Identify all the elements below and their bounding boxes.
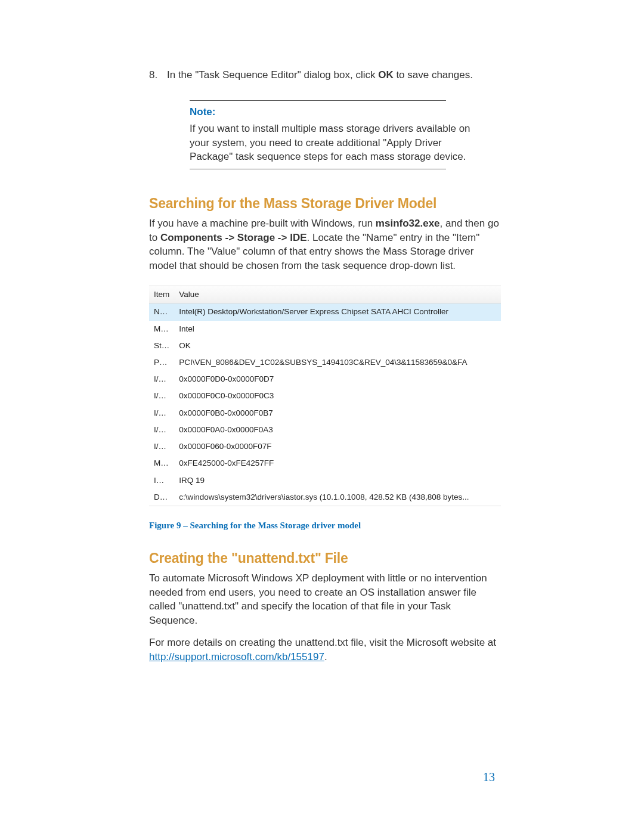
kb-link[interactable]: http://support.microsoft.com/kb/155197 bbox=[149, 651, 324, 662]
table-row: StatusOK bbox=[149, 337, 501, 354]
ordered-step-8: 8. In the "Task Sequence Editor" dialog … bbox=[149, 69, 501, 82]
col-item: Item bbox=[149, 286, 174, 304]
col-value: Value bbox=[174, 286, 501, 304]
table-row: I/O Port0x0000F060-0x0000F07F bbox=[149, 438, 501, 455]
cell-item: Status bbox=[149, 337, 174, 354]
table-row: ManufacturerIntel bbox=[149, 321, 501, 337]
table-header-row: Item Value bbox=[149, 286, 501, 304]
cell-value: PCI\VEN_8086&DEV_1C02&SUBSYS_1494103C&RE… bbox=[174, 354, 501, 371]
note-label: Note: bbox=[190, 106, 489, 119]
p1-bold1: msinfo32.exe bbox=[376, 218, 440, 229]
cell-value: Intel bbox=[174, 321, 501, 337]
table-row: Memory Address0xFE425000-0xFE4257FF bbox=[149, 455, 501, 472]
cell-value: c:\windows\system32\drivers\iastor.sys (… bbox=[174, 489, 501, 506]
section-heading-mass-storage: Searching for the Mass Storage Driver Mo… bbox=[149, 194, 501, 213]
cell-item: PNP Device ID bbox=[149, 354, 174, 371]
table-row: I/O Port0x0000F0B0-0x0000F0B7 bbox=[149, 405, 501, 422]
table-row: IRQ ChannelIRQ 19 bbox=[149, 472, 501, 489]
cell-item: I/O Port bbox=[149, 388, 174, 404]
msinfo-table: Item Value NameIntel(R) Desktop/Workstat… bbox=[149, 286, 501, 506]
cell-item: Manufacturer bbox=[149, 321, 174, 337]
section-heading-unattend: Creating the "unattend.txt" File bbox=[149, 549, 501, 568]
section2-p2: For more details on creating the unatten… bbox=[149, 636, 501, 664]
p1-bold2: Components -> Storage -> IDE bbox=[160, 232, 307, 243]
figure-caption: Figure 9 – Searching for the Mass Storag… bbox=[149, 519, 501, 531]
cell-value: 0x0000F0A0-0x0000F0A3 bbox=[174, 422, 501, 438]
cell-value: OK bbox=[174, 337, 501, 354]
note-callout: Note: If you want to install multiple ma… bbox=[190, 93, 489, 176]
cell-value: IRQ 19 bbox=[174, 472, 501, 489]
divider bbox=[190, 169, 446, 169]
table-row: I/O Port0x0000F0A0-0x0000F0A3 bbox=[149, 422, 501, 438]
cell-value: 0x0000F0D0-0x0000F0D7 bbox=[174, 371, 501, 388]
document-page: 8. In the "Task Sequence Editor" dialog … bbox=[0, 0, 644, 664]
table-row: I/O Port0x0000F0C0-0x0000F0C3 bbox=[149, 388, 501, 404]
step-text-pre: In the "Task Sequence Editor" dialog box… bbox=[167, 69, 378, 80]
cell-item: I/O Port bbox=[149, 405, 174, 422]
cell-value: 0x0000F0C0-0x0000F0C3 bbox=[174, 388, 501, 404]
p1-pre: If you have a machine pre-built with Win… bbox=[149, 218, 376, 229]
cell-value: 0x0000F060-0x0000F07F bbox=[174, 438, 501, 455]
table-row: PNP Device IDPCI\VEN_8086&DEV_1C02&SUBSY… bbox=[149, 354, 501, 371]
divider bbox=[190, 100, 446, 101]
p2-pre: For more details on creating the unatten… bbox=[149, 637, 496, 648]
cell-item: IRQ Channel bbox=[149, 472, 174, 489]
section1-paragraph: If you have a machine pre-built with Win… bbox=[149, 216, 501, 272]
cell-item: Driver bbox=[149, 489, 174, 506]
cell-value: Intel(R) Desktop/Workstation/Server Expr… bbox=[174, 304, 501, 321]
p2-post: . bbox=[324, 651, 327, 662]
cell-item: I/O Port bbox=[149, 371, 174, 388]
table-row: Driverc:\windows\system32\drivers\iastor… bbox=[149, 489, 501, 506]
cell-item: I/O Port bbox=[149, 422, 174, 438]
step-number: 8. bbox=[149, 69, 167, 82]
cell-value: 0xFE425000-0xFE4257FF bbox=[174, 455, 501, 472]
step-text-post: to save changes. bbox=[394, 69, 473, 80]
section2-p1: To automate Microsoft Windows XP deploym… bbox=[149, 571, 501, 627]
note-body: If you want to install multiple mass sto… bbox=[190, 122, 489, 164]
page-number: 13 bbox=[483, 769, 495, 785]
step-text: In the "Task Sequence Editor" dialog box… bbox=[167, 69, 473, 82]
cell-item: Memory Address bbox=[149, 455, 174, 472]
cell-value: 0x0000F0B0-0x0000F0B7 bbox=[174, 405, 501, 422]
step-text-bold: OK bbox=[378, 69, 394, 80]
cell-item: I/O Port bbox=[149, 438, 174, 455]
cell-item: Name bbox=[149, 304, 174, 321]
table-row: NameIntel(R) Desktop/Workstation/Server … bbox=[149, 304, 501, 321]
table-row: I/O Port0x0000F0D0-0x0000F0D7 bbox=[149, 371, 501, 388]
msinfo-table-wrap: Item Value NameIntel(R) Desktop/Workstat… bbox=[149, 286, 501, 506]
